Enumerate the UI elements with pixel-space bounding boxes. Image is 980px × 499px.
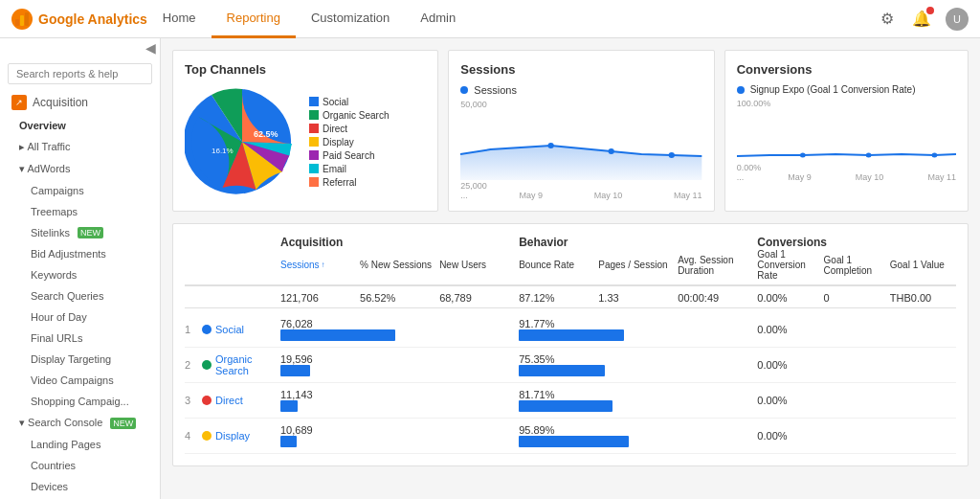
legend-label-direct: Direct (323, 124, 347, 134)
sessions-bar (280, 365, 310, 376)
legend-dot-email (309, 164, 319, 173)
nav-links: Home Reporting Customization Admin (147, 0, 877, 38)
sidebar-item-campaigns[interactable]: Campaigns (0, 180, 160, 201)
row-num: 2 (185, 359, 202, 371)
legend-dot-organic (309, 110, 319, 120)
sidebar-item-sitelinks[interactable]: Sitelinks NEW (0, 222, 160, 243)
nav-icons: ⚙ 🔔 U (877, 8, 969, 31)
sessions-y-50k: 50,000 (460, 100, 487, 109)
ga-icon (11, 9, 33, 30)
sidebar-toggle[interactable]: ◀ (0, 38, 160, 57)
sidebar-item-countries[interactable]: Countries (0, 455, 160, 476)
sidebar-item-all-traffic[interactable]: ▸ All Traffic (0, 136, 160, 158)
conv-x-dots: ... (737, 172, 745, 182)
channel-name[interactable]: Organic Search (215, 353, 282, 376)
col-h-pages[interactable]: Pages / Session (598, 249, 678, 281)
settings-icon[interactable]: ⚙ (877, 9, 898, 30)
channel-name[interactable]: Social (215, 324, 282, 335)
svg-point-11 (931, 153, 937, 158)
row-num: 1 (185, 324, 202, 335)
table-rows: 1 Social 76,028 91.77% 0.00% (185, 312, 956, 454)
sidebar-item-hour-of-day[interactable]: Hour of Day (0, 306, 160, 328)
row-num: 4 (185, 430, 202, 442)
search-console-new-badge: NEW (110, 418, 136, 429)
column-headers: Sessions ↑ % New Sessions New Users (185, 249, 956, 286)
legend-label-referral: Referral (323, 177, 357, 188)
top-channels-widget: Top Channels (172, 50, 438, 212)
conv-y-100: 100.00% (737, 99, 771, 108)
channel-dot (202, 431, 212, 441)
col-h-goal1-val[interactable]: Goal 1 Value (890, 249, 956, 281)
col-h-spacer (185, 249, 280, 281)
sidebar-item-display-targeting[interactable]: Display Targeting (0, 349, 160, 370)
nav-home[interactable]: Home (147, 0, 212, 38)
col-h-duration[interactable]: Avg. Session Duration (678, 249, 757, 281)
channel-dot (202, 360, 212, 370)
row-num: 3 (185, 395, 202, 406)
sidebar-item-video-campaigns[interactable]: Video Campaigns (0, 370, 160, 391)
sidebar-item-keywords[interactable]: Keywords (0, 264, 160, 285)
totals-new-users: 68,789 (439, 292, 519, 304)
cell-goal1-rate: 0.00% (757, 395, 823, 406)
col-h-goal1-comp[interactable]: Goal 1 Completion (824, 249, 890, 281)
notifications-icon[interactable]: 🔔 (911, 9, 932, 30)
legend-social: Social (309, 97, 389, 107)
sidebar-item-final-urls[interactable]: Final URLs (0, 328, 160, 349)
totals-pages: 1.33 (598, 292, 678, 304)
totals-conv: 0.00% 0 THB0.00 (757, 292, 956, 304)
data-table-widget: Acquisition Behavior Conversions S (172, 223, 969, 466)
channel-name[interactable]: Direct (215, 395, 282, 406)
col-h-pct-new[interactable]: % New Sessions (360, 249, 439, 281)
col-h-goal1-rate[interactable]: Goal 1 Conversion Rate (757, 249, 823, 281)
sessions-legend-label: Sessions (474, 84, 517, 96)
svg-text:16.1%: 16.1% (212, 147, 234, 155)
bounce-bar (519, 436, 629, 447)
legend-direct: Direct (309, 124, 389, 134)
nav-customization[interactable]: Customization (296, 0, 405, 38)
sidebar-item-treemaps[interactable]: Treemaps (0, 201, 160, 222)
totals-beh: 87.12% 1.33 00:00:49 (519, 292, 757, 304)
col-h-bounce[interactable]: Bounce Rate (519, 249, 598, 281)
legend-dot-referral (309, 177, 319, 187)
cell-sessions: 10,689 (280, 424, 360, 447)
col-h-new-users[interactable]: New Users (439, 249, 519, 281)
sessions-chart: 50,000 (460, 100, 702, 186)
sidebar-item-overview[interactable]: Overview (0, 115, 160, 136)
top-navigation: Google Analytics Home Reporting Customiz… (0, 0, 980, 38)
legend-email: Email (309, 164, 389, 174)
table-row: 2 Organic Search 19,596 75.35% 0.00% (185, 348, 956, 383)
legend-display: Display (309, 137, 389, 147)
conv-x-may10: May 10 (856, 172, 884, 182)
sessions-bar (280, 436, 297, 447)
cell-goal1-rate: 0.00% (757, 430, 823, 442)
sidebar-item-devices[interactable]: Devices (0, 476, 160, 497)
cell-bounce: 95.89% (519, 424, 629, 447)
channel-name[interactable]: Display (215, 430, 282, 442)
acq-cols: Sessions ↑ % New Sessions New Users (280, 249, 519, 281)
legend-dot-display (309, 137, 319, 147)
sidebar-item-landing-pages[interactable]: Landing Pages (0, 434, 160, 455)
sessions-widget: Sessions Sessions 50,000 (448, 50, 714, 212)
sidebar-item-adwords[interactable]: ▾ AdWords (0, 158, 160, 180)
bounce-bar (519, 329, 624, 341)
sidebar-item-shopping[interactable]: Shopping Campaig... (0, 391, 160, 412)
sidebar-item-search-queries[interactable]: Search Queries (0, 285, 160, 306)
legend-label-display: Display (323, 137, 354, 147)
avatar[interactable]: U (946, 8, 969, 31)
svg-point-9 (800, 153, 806, 158)
channel-dot (202, 325, 212, 334)
nav-admin[interactable]: Admin (405, 0, 471, 38)
col-h-sessions[interactable]: Sessions ↑ (280, 249, 360, 281)
svg-marker-5 (460, 146, 702, 180)
totals-bounce: 87.12% (519, 292, 598, 304)
bounce-bar (519, 365, 605, 376)
sidebar-item-acquisition[interactable]: ↗ Acquisition (0, 90, 160, 115)
svg-point-10 (865, 153, 871, 158)
search-input[interactable] (8, 63, 152, 84)
nav-reporting[interactable]: Reporting (212, 0, 296, 38)
sidebar-item-search-console[interactable]: ▾ Search Console NEW (0, 412, 160, 434)
legend-label-organic: Organic Search (323, 110, 389, 121)
sidebar: ◀ ↗ Acquisition Overview ▸ All Traffic ▾… (0, 38, 161, 499)
table-conv-header: Conversions (757, 236, 956, 249)
sidebar-item-bid-adj[interactable]: Bid Adjustments (0, 243, 160, 264)
